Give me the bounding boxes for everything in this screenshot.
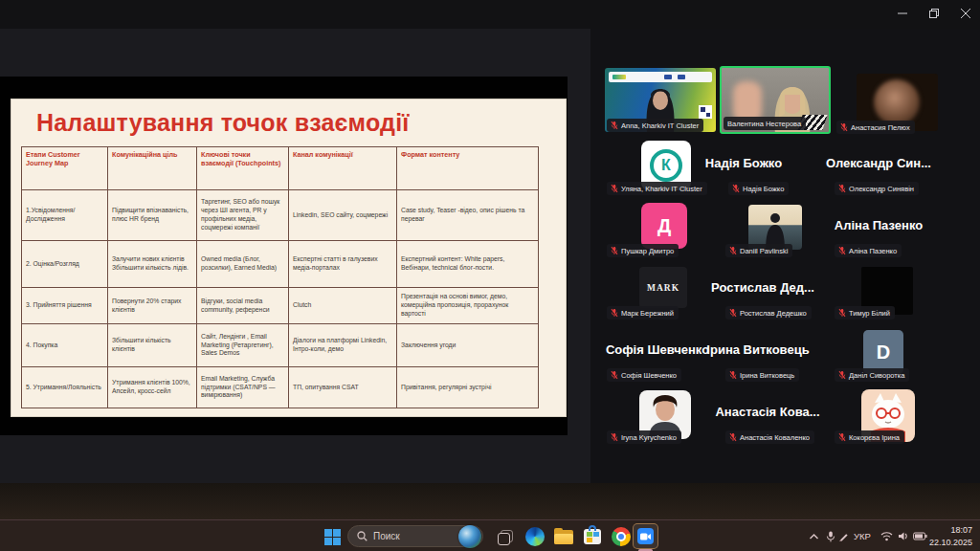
folder-icon bbox=[554, 530, 573, 544]
muted-mic-icon bbox=[611, 432, 618, 442]
table-cell: 3. Прийняття рішення bbox=[22, 288, 108, 324]
muted-mic-icon bbox=[611, 184, 618, 193]
cluster-banner bbox=[609, 72, 712, 82]
taskbar: Поиск bbox=[0, 519, 980, 551]
muted-mic-icon bbox=[729, 308, 737, 318]
chrome-button[interactable] bbox=[610, 525, 633, 548]
muted-mic-icon bbox=[729, 246, 737, 255]
nameplate: Анастасия Пелюх bbox=[836, 121, 915, 134]
participant-tile-daniil[interactable] bbox=[748, 205, 802, 250]
table-cell: 4. Покупка bbox=[22, 324, 108, 367]
table-cell: Підвищити впізнаваність, плюс HR бренд bbox=[108, 190, 197, 241]
participant-tile-valentina-active-speaker[interactable]: Валентина Нестерова bbox=[720, 66, 831, 134]
language-indicator[interactable]: УКР bbox=[854, 520, 871, 551]
start-button[interactable] bbox=[321, 525, 344, 548]
table-cell: ТП, опитування CSAT bbox=[289, 367, 397, 408]
participant-display-name[interactable]: Аліна Пазенко bbox=[812, 218, 946, 232]
muted-mic-icon bbox=[838, 184, 846, 193]
table-header: Канал комунікації bbox=[289, 147, 397, 190]
nameplate: Пушкар Дмитро bbox=[607, 244, 679, 257]
windows-logo-icon bbox=[324, 529, 341, 545]
table-cell: Експертний контент: White papers, Вебіна… bbox=[397, 241, 539, 288]
nameplate: Даніл Сиворотка bbox=[835, 368, 909, 382]
muted-mic-icon bbox=[838, 370, 846, 380]
microphone-icon bbox=[826, 531, 835, 542]
tray-time: 18:07 bbox=[929, 524, 972, 537]
maximize-button[interactable] bbox=[922, 4, 947, 23]
zoom-icon bbox=[637, 528, 654, 544]
tray-pen-indicator[interactable] bbox=[838, 520, 849, 551]
table-cell: Owned media (Блог, розсилки), Earned Med… bbox=[197, 241, 289, 288]
table-header: Формат контенту bbox=[397, 147, 539, 190]
table-cell: Сайт, Лендінги , Email Marketing (Ретарг… bbox=[197, 324, 289, 367]
nameplate: Уляна, Kharkiv IT Cluster bbox=[607, 182, 707, 195]
table-cell: Clutch bbox=[289, 288, 397, 324]
battery-icon bbox=[913, 532, 927, 540]
chrome-icon bbox=[612, 527, 631, 546]
tray-mic-indicator[interactable] bbox=[826, 520, 835, 551]
nameplate: Ростислав Дедешко bbox=[725, 306, 812, 320]
edge-button[interactable] bbox=[523, 525, 546, 548]
file-explorer-button[interactable] bbox=[552, 525, 575, 548]
nameplate: Аліна Пазенко bbox=[835, 244, 902, 257]
pen-icon bbox=[838, 531, 849, 541]
table-cell: Залучити нових клієнтів Збільшити кількі… bbox=[108, 241, 197, 288]
table-cell: Повернути 20% старих клієнтів bbox=[108, 288, 197, 324]
search-highlight-thumbnail bbox=[458, 525, 481, 548]
customer-journey-table: Етапи Customer Journey Map Комунікаційна… bbox=[21, 146, 539, 408]
clock[interactable]: 18:07 22.10.2025 bbox=[929, 524, 972, 548]
table-cell: 5. Утримання/Лояльність bbox=[22, 367, 108, 408]
table-cell: Привітання, регулярні зустрічі bbox=[397, 367, 539, 408]
participant-display-name[interactable]: Ростислав Дед... bbox=[691, 280, 835, 295]
table-cell: Таргетинг, SEO або пошук через ШІ агента… bbox=[197, 190, 289, 241]
speaker-icon bbox=[898, 531, 909, 541]
screen: Налаштування точок взаємодії Етапи Custo… bbox=[0, 0, 980, 551]
table-cell: Linkedin, SEO сайту, соцмережі bbox=[289, 190, 397, 241]
nameplate: Anna, Kharkiv IT Cluster bbox=[607, 119, 703, 132]
table-cell: Утримання клієнтів 100%, Апсейл, кросс-с… bbox=[108, 367, 197, 408]
muted-mic-icon bbox=[611, 308, 618, 318]
person-silhouette bbox=[874, 79, 920, 125]
desktop-background bbox=[0, 483, 980, 519]
kharkiv-it-cluster-logo-icon: К bbox=[650, 149, 682, 182]
participant-display-name[interactable]: Надія Божко bbox=[681, 156, 806, 170]
table-cell: Збільшити кількість клієнтів bbox=[108, 324, 197, 367]
table-cell: Презентація на основі вимог, демо, комер… bbox=[397, 288, 539, 324]
nameplate: Надія Божко bbox=[728, 182, 789, 195]
close-button[interactable] bbox=[953, 4, 978, 23]
window-titlebar bbox=[0, 0, 980, 29]
table-cell: 2. Оцінка/Розгляд bbox=[22, 241, 108, 288]
participant-display-name[interactable]: Анастасія Кова... bbox=[691, 405, 844, 419]
battery-indicator[interactable] bbox=[913, 520, 927, 551]
qr-code bbox=[699, 105, 712, 119]
participant-display-name[interactable]: Ірина Витковець bbox=[691, 342, 825, 357]
participant-tile-mark[interactable]: MARK bbox=[639, 267, 687, 308]
wifi-indicator[interactable] bbox=[880, 520, 893, 551]
zoom-app-button-active[interactable] bbox=[633, 523, 658, 549]
task-view-button[interactable] bbox=[494, 525, 517, 548]
wifi-icon bbox=[880, 531, 893, 541]
search-box[interactable]: Поиск bbox=[347, 525, 483, 547]
tray-chevron-button[interactable] bbox=[809, 520, 819, 551]
participant-tile-pushkar[interactable]: Д bbox=[641, 203, 687, 249]
muted-mic-icon bbox=[732, 184, 740, 193]
task-view-icon bbox=[498, 533, 510, 545]
participant-display-name[interactable]: Олександр Син... bbox=[812, 156, 946, 170]
search-icon bbox=[357, 531, 368, 541]
minimize-button[interactable] bbox=[890, 4, 915, 23]
nameplate: Кокорєва Ірина bbox=[835, 430, 904, 444]
nameplate: Валентина Нестерова bbox=[724, 117, 806, 130]
table-cell: Заключення угоди bbox=[397, 324, 539, 367]
muted-mic-icon bbox=[729, 432, 737, 442]
presentation-slide: Налаштування точок взаємодії Етапи Custo… bbox=[11, 99, 567, 417]
microsoft-store-button[interactable] bbox=[581, 525, 604, 548]
table-header: Етапи Customer Journey Map bbox=[22, 147, 108, 190]
volume-indicator[interactable] bbox=[898, 520, 909, 551]
edge-icon bbox=[525, 527, 545, 546]
table-cell: Email Marketing, Служба підтримки (CSAT/… bbox=[197, 367, 289, 408]
store-icon bbox=[584, 529, 601, 544]
nameplate: Ірина Витковець bbox=[725, 368, 799, 382]
chevron-up-icon bbox=[809, 533, 819, 540]
muted-mic-icon bbox=[838, 246, 846, 255]
muted-mic-icon bbox=[729, 370, 737, 380]
